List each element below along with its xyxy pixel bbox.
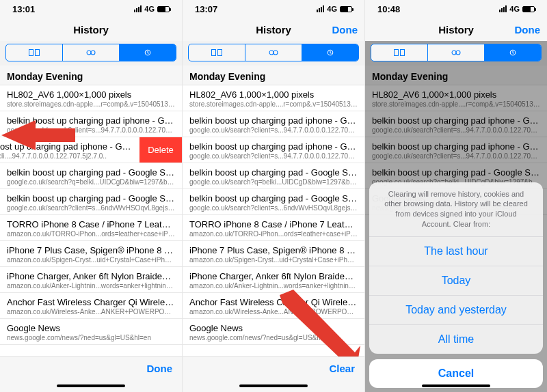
tab-reading-list[interactable] bbox=[62, 44, 119, 61]
svg-point-4 bbox=[269, 51, 274, 55]
clear-last-hour[interactable]: The last hour bbox=[369, 236, 543, 266]
nav-bar: History Done bbox=[183, 18, 364, 41]
history-row[interactable]: HL802_AV6 1,000×1,000 pixelsstore.storei… bbox=[0, 85, 182, 111]
history-row[interactable]: belkin boost up charging pad - Google Se… bbox=[0, 163, 182, 189]
history-row-swiped[interactable]: belkin boost up charging pad iphone - Go… bbox=[0, 137, 139, 163]
page-title: History bbox=[73, 24, 109, 36]
done-button[interactable]: Done bbox=[147, 363, 173, 374]
status-bar: 10:48 4G bbox=[365, 0, 547, 18]
status-bar: 13:01 4G bbox=[0, 0, 182, 18]
status-bar: 13:07 4G bbox=[183, 0, 364, 18]
screen-3-action-sheet: 10:48 4G History Done Monday Evening HL8… bbox=[364, 0, 547, 392]
history-row[interactable]: Anchor Fast Wireless Charger Qi Wireless… bbox=[183, 293, 364, 319]
svg-point-5 bbox=[274, 51, 278, 55]
tab-bookmarks[interactable] bbox=[189, 44, 245, 61]
tab-reading-list[interactable] bbox=[427, 44, 484, 61]
history-row[interactable]: belkin boost up charging pad iphone - Go… bbox=[0, 111, 182, 137]
signal-icon bbox=[134, 5, 142, 12]
history-row[interactable]: Google Newsnews.google.com/news/?ned=us&… bbox=[183, 319, 364, 345]
segmented-control[interactable] bbox=[5, 44, 176, 61]
segmented-control[interactable] bbox=[371, 44, 542, 61]
status-time: 13:01 bbox=[12, 4, 35, 14]
section-header: Monday Evening bbox=[365, 66, 547, 85]
done-button[interactable]: Done bbox=[515, 24, 541, 36]
history-row[interactable]: iPhone 7 Plus Case, Spigen® iPhone 8 Plu… bbox=[183, 241, 364, 267]
history-row[interactable]: Google Newsnews.google.com/news/?ned=us&… bbox=[0, 319, 182, 345]
history-row: belkin boost up charging pad iphone - Go… bbox=[365, 137, 547, 163]
battery-icon bbox=[340, 6, 352, 12]
battery-icon bbox=[522, 6, 535, 12]
history-row[interactable]: belkin boost up charging pad iphone - Go… bbox=[183, 137, 364, 163]
history-row[interactable]: belkin boost up charging pad - Google Se… bbox=[0, 189, 182, 215]
history-row[interactable]: HL802_AV6 1,000×1,000 pixelsstore.storei… bbox=[183, 85, 364, 111]
home-indicator bbox=[365, 380, 547, 392]
history-row[interactable]: iPhone 7 Plus Case, Spigen® iPhone 8 Plu… bbox=[0, 241, 182, 267]
signal-icon bbox=[317, 5, 324, 12]
clear-all-time[interactable]: All time bbox=[369, 324, 543, 354]
home-indicator bbox=[0, 380, 182, 392]
clear-button[interactable]: Clear bbox=[329, 363, 355, 374]
clear-action-sheet: Clearing will remove history, cookies an… bbox=[369, 182, 543, 388]
section-header: Monday Evening bbox=[0, 66, 182, 85]
history-row[interactable]: belkin boost up charging pad iphone - Go… bbox=[183, 111, 364, 137]
delete-button[interactable]: Delete bbox=[139, 137, 182, 163]
screen-2-clear-button: 13:07 4G History Done Monday Evening HL8… bbox=[182, 0, 364, 392]
done-button[interactable]: Done bbox=[332, 24, 358, 36]
tab-reading-list[interactable] bbox=[245, 44, 302, 61]
history-row[interactable]: iPhone Charger, Anker 6ft Nylon Braided … bbox=[183, 267, 364, 293]
status-time: 10:48 bbox=[377, 4, 400, 14]
tab-history[interactable] bbox=[302, 44, 358, 61]
history-row[interactable]: belkin boost up charging pad - Google Se… bbox=[183, 163, 364, 189]
network-label: 4G bbox=[327, 5, 337, 13]
svg-point-1 bbox=[91, 51, 95, 55]
history-row[interactable]: Anchor Fast Wireless Charger Qi Wireless… bbox=[0, 293, 182, 319]
history-row[interactable]: TORRO iPhone 8 Case / iPhone 7 Leather..… bbox=[0, 215, 182, 241]
bottom-toolbar: Clear bbox=[183, 356, 364, 380]
bottom-toolbar: Done bbox=[0, 356, 182, 380]
history-row[interactable]: TORRO iPhone 8 Case / iPhone 7 Leather..… bbox=[183, 215, 364, 241]
svg-point-8 bbox=[452, 51, 456, 55]
section-header: Monday Evening bbox=[183, 66, 364, 85]
history-list[interactable]: Monday Evening HL802_AV6 1,000×1,000 pix… bbox=[0, 66, 182, 356]
clear-today[interactable]: Today bbox=[369, 266, 543, 295]
history-row: belkin boost up charging pad iphone - Go… bbox=[365, 111, 547, 137]
status-time: 13:07 bbox=[195, 4, 217, 14]
clear-today-yesterday[interactable]: Today and yesterday bbox=[369, 295, 543, 324]
tab-history[interactable] bbox=[119, 44, 176, 61]
sheet-message: Clearing will remove history, cookies an… bbox=[369, 182, 543, 236]
nav-bar: History Done bbox=[365, 18, 547, 41]
page-title: History bbox=[438, 24, 474, 36]
history-row[interactable]: iPhone Charger, Anker 6ft Nylon Braided … bbox=[0, 267, 182, 293]
segmented-control[interactable] bbox=[188, 44, 359, 61]
svg-point-0 bbox=[87, 51, 91, 55]
tab-history[interactable] bbox=[484, 44, 541, 61]
svg-point-9 bbox=[456, 51, 460, 55]
history-row[interactable]: belkin boost up charging pad - Google Se… bbox=[183, 189, 364, 215]
nav-bar: History bbox=[0, 18, 182, 41]
home-indicator bbox=[183, 380, 364, 392]
signal-icon bbox=[499, 5, 507, 12]
page-title: History bbox=[256, 24, 291, 36]
history-row: HL802_AV6 1,000×1,000 pixelsstore.storei… bbox=[365, 85, 547, 111]
history-list[interactable]: Monday Evening HL802_AV6 1,000×1,000 pix… bbox=[183, 66, 364, 356]
tab-bookmarks[interactable] bbox=[371, 44, 427, 61]
network-label: 4G bbox=[509, 5, 520, 13]
network-label: 4G bbox=[144, 5, 155, 13]
tab-bookmarks[interactable] bbox=[6, 44, 62, 61]
battery-icon bbox=[157, 6, 170, 12]
screen-1-swipe-delete: 13:01 4G History Monday Evening HL802_AV… bbox=[0, 0, 182, 392]
